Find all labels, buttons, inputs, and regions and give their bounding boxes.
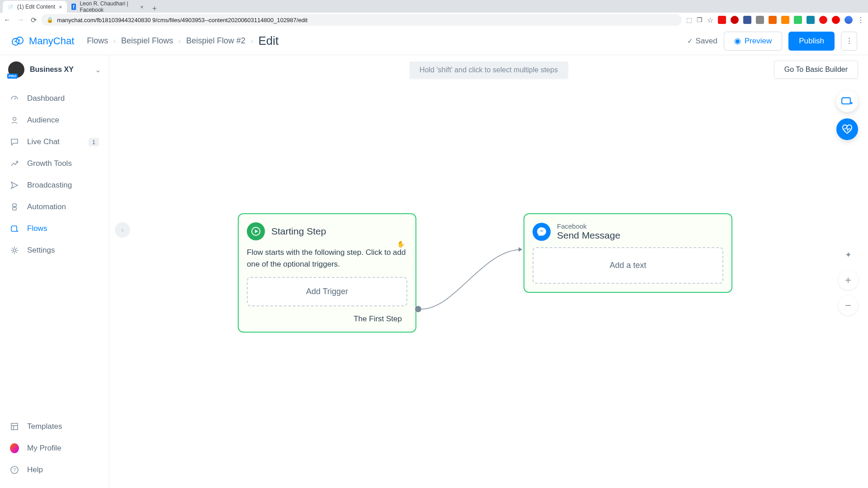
url-text: manychat.com/fb181039443240830 9/cms/fil… bbox=[57, 17, 307, 23]
sidebar-item-label: Audience bbox=[27, 116, 59, 125]
add-block-button[interactable] bbox=[836, 90, 858, 112]
starting-step-card[interactable]: Starting Step ✋ Flow starts with the fol… bbox=[238, 213, 416, 333]
play-icon bbox=[247, 222, 265, 240]
browser-forward-button[interactable]: → bbox=[17, 16, 24, 24]
add-trigger-button[interactable]: Add Trigger bbox=[247, 277, 407, 306]
basic-builder-button[interactable]: Go To Basic Builder bbox=[774, 61, 858, 79]
first-step-label: The First Step bbox=[247, 314, 407, 324]
new-tab-button[interactable]: + bbox=[148, 5, 161, 13]
browser-back-button[interactable]: ← bbox=[4, 16, 11, 24]
breadcrumb-item[interactable]: Flows bbox=[87, 36, 108, 46]
chevron-down-icon: ⌄ bbox=[95, 66, 101, 74]
svg-rect-7 bbox=[13, 204, 16, 206]
minus-icon: − bbox=[845, 299, 851, 312]
zoom-out-button[interactable]: − bbox=[838, 296, 858, 315]
dashboard-icon bbox=[10, 94, 19, 103]
close-icon[interactable]: × bbox=[140, 4, 144, 10]
svg-rect-16 bbox=[842, 98, 850, 104]
sidebar-item-label: Help bbox=[27, 465, 43, 474]
publish-button[interactable]: Publish bbox=[788, 32, 835, 51]
zoom-in-button[interactable]: + bbox=[838, 270, 858, 290]
flow-canvas[interactable]: Hold 'shift' and click to select multipl… bbox=[109, 55, 868, 488]
ext-icon[interactable] bbox=[807, 16, 815, 24]
ext-icon[interactable] bbox=[794, 16, 802, 24]
svg-point-10 bbox=[13, 249, 16, 252]
automation-icon bbox=[10, 202, 19, 211]
templates-icon bbox=[10, 422, 19, 431]
ext-icon[interactable]: ❐ bbox=[697, 16, 703, 23]
sidebar-item-templates[interactable]: Templates bbox=[0, 416, 109, 437]
preview-label: Preview bbox=[745, 37, 772, 46]
check-icon: ✓ bbox=[687, 37, 693, 45]
breadcrumb-current: Edit bbox=[258, 34, 278, 48]
browser-tab-active[interactable]: 📄 (1) Edit Content × bbox=[3, 1, 67, 13]
svg-rect-11 bbox=[11, 423, 18, 430]
tab-favicon: f bbox=[71, 4, 76, 10]
send-message-card[interactable]: Facebook Send Message Add a text bbox=[524, 213, 732, 293]
account-switcher[interactable]: PRO Business XY ⌄ bbox=[0, 55, 109, 84]
address-bar[interactable]: 🔒 manychat.com/fb181039443240830 9/cms/f… bbox=[41, 14, 682, 26]
ext-icon[interactable]: ⬚ bbox=[686, 16, 692, 23]
profile-avatar-icon bbox=[10, 444, 19, 453]
sidebar-expand-button[interactable]: › bbox=[115, 222, 130, 238]
ext-icon[interactable] bbox=[731, 16, 739, 24]
sidebar-item-live-chat[interactable]: Live Chat 1 bbox=[0, 131, 109, 153]
sidebar-item-my-profile[interactable]: My Profile bbox=[0, 437, 109, 459]
sidebar-item-label: Settings bbox=[27, 246, 55, 255]
growth-icon bbox=[10, 159, 19, 168]
sidebar-item-settings[interactable]: Settings bbox=[0, 239, 109, 261]
more-button[interactable]: ⋮ bbox=[841, 32, 857, 51]
sidebar-item-audience[interactable]: Audience bbox=[0, 109, 109, 131]
browser-tab[interactable]: f Leon R. Chaudhari | Facebook × bbox=[67, 1, 148, 13]
more-vertical-icon: ⋮ bbox=[845, 36, 853, 46]
hand-cursor-icon: ✋ bbox=[397, 240, 405, 248]
breadcrumb-item[interactable]: Beispiel Flow #2 bbox=[186, 36, 245, 46]
browser-reload-button[interactable]: ⟳ bbox=[31, 16, 37, 24]
save-status-label: Saved bbox=[696, 37, 717, 46]
card-title: Starting Step bbox=[271, 226, 326, 237]
sidebar-item-automation[interactable]: Automation bbox=[0, 196, 109, 218]
tab-title: Leon R. Chaudhari | Facebook bbox=[80, 0, 137, 13]
tab-favicon: 📄 bbox=[7, 4, 14, 10]
lock-icon: 🔒 bbox=[47, 17, 53, 23]
sidebar-item-growth-tools[interactable]: Growth Tools bbox=[0, 153, 109, 174]
sidebar-item-help[interactable]: ? Help bbox=[0, 459, 109, 481]
ext-icon[interactable] bbox=[781, 16, 789, 24]
heart-pulse-icon bbox=[841, 123, 853, 135]
browser-menu-button[interactable]: ⋮ bbox=[857, 16, 864, 24]
audience-icon bbox=[10, 116, 19, 125]
ext-icon[interactable] bbox=[756, 16, 764, 24]
ext-icon[interactable] bbox=[832, 16, 840, 24]
settings-icon bbox=[10, 246, 19, 255]
auto-layout-button[interactable]: ✦ bbox=[838, 245, 858, 265]
add-text-button[interactable]: Add a text bbox=[533, 247, 723, 284]
save-status: ✓ Saved bbox=[687, 37, 717, 46]
canvas-hint: Hold 'shift' and click to select multipl… bbox=[410, 61, 568, 79]
preview-button[interactable]: ◉ Preview bbox=[724, 32, 782, 51]
close-icon[interactable]: × bbox=[59, 4, 62, 10]
sidebar-item-flows[interactable]: Flows bbox=[0, 218, 109, 239]
star-icon[interactable]: ☆ bbox=[707, 16, 713, 24]
eye-icon: ◉ bbox=[734, 36, 741, 46]
svg-marker-22 bbox=[519, 247, 522, 252]
ext-icon[interactable] bbox=[769, 16, 777, 24]
flow-connector bbox=[415, 213, 528, 317]
sidebar-item-dashboard[interactable]: Dashboard bbox=[0, 88, 109, 109]
favorite-button[interactable] bbox=[836, 118, 858, 140]
ext-icon[interactable] bbox=[819, 16, 827, 24]
breadcrumb-item[interactable]: Beispiel Flows bbox=[121, 36, 173, 46]
ext-icon[interactable] bbox=[718, 16, 726, 24]
logo-icon bbox=[11, 34, 24, 48]
chevron-right-icon: › bbox=[121, 226, 123, 234]
breadcrumb: Flows › Beispiel Flows › Beispiel Flow #… bbox=[87, 34, 278, 48]
account-name: Business XY bbox=[30, 66, 90, 74]
app-logo[interactable]: ManyChat bbox=[11, 34, 74, 48]
ext-icon[interactable] bbox=[743, 16, 751, 24]
sidebar-item-label: Templates bbox=[27, 422, 62, 431]
chevron-right-icon: › bbox=[113, 38, 116, 45]
sidebar-item-broadcasting[interactable]: Broadcasting bbox=[0, 174, 109, 196]
help-icon: ? bbox=[10, 465, 19, 474]
user-avatar-icon[interactable] bbox=[844, 16, 853, 24]
sidebar-item-label: Growth Tools bbox=[27, 159, 72, 168]
pro-badge: PRO bbox=[7, 74, 18, 79]
